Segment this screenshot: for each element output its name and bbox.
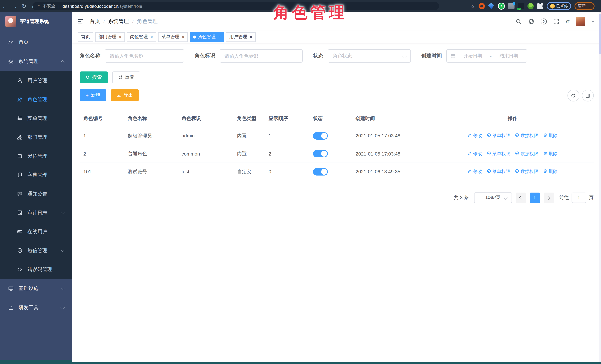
sidebar-item-error-code-management[interactable]: 错误码管理 xyxy=(0,260,72,279)
edit-link[interactable]: 修改 xyxy=(468,133,482,139)
sidebar-item-audit-log[interactable]: 审计日志 xyxy=(0,203,72,222)
status-toggle[interactable] xyxy=(313,150,328,157)
hamburger-icon[interactable] xyxy=(77,19,84,24)
close-icon[interactable]: × xyxy=(218,35,221,39)
address-bar[interactable]: ⚠ 不安全 | dashboard.yudao.iocoder.cn /syst… xyxy=(33,2,439,10)
prev-page-button[interactable] xyxy=(515,192,526,203)
sidebar-item-dict-management[interactable]: 字典管理 xyxy=(0,166,72,184)
warning-icon: ⚠ xyxy=(37,4,41,9)
browser-menu-kebab-icon[interactable]: ⋮ xyxy=(587,4,591,8)
edit-link[interactable]: 修改 xyxy=(468,169,482,175)
sidebar-item-role-management[interactable]: 角色管理 xyxy=(0,90,72,109)
column-header: 角色名称 xyxy=(124,115,178,122)
menu-permission-link[interactable]: 菜单权限 xyxy=(487,169,510,175)
sidebar-item-post-management[interactable]: 岗位管理 xyxy=(0,147,72,166)
close-icon[interactable]: × xyxy=(150,35,153,39)
data-permission-link[interactable]: 数据权限 xyxy=(515,133,538,139)
avatar[interactable] xyxy=(575,17,585,26)
edit-link[interactable]: 修改 xyxy=(468,151,482,157)
extension-icon-green[interactable]: Y xyxy=(498,3,505,10)
tab-post[interactable]: 岗位管理× xyxy=(127,32,156,42)
screen: ← → ↻ ⌂ ⚠ 不安全 | dashboard.yudao.iocoder.… xyxy=(0,0,601,364)
table-cell: 自定义 xyxy=(233,168,265,175)
page-number-active[interactable]: 1 xyxy=(530,192,540,203)
menu-permission-link[interactable]: 菜单权限 xyxy=(487,151,510,157)
breadcrumb-system[interactable]: 系统管理 xyxy=(108,18,129,25)
sidebar-item-menu-management[interactable]: 菜单管理 xyxy=(0,109,72,128)
goto-page-input[interactable] xyxy=(571,192,586,203)
export-button[interactable]: 导出 xyxy=(111,89,139,101)
delete-link[interactable]: 删除 xyxy=(543,169,558,175)
delete-link[interactable]: 删除 xyxy=(543,133,558,139)
extension-icon-on-badge[interactable] xyxy=(518,3,524,9)
date-range-picker[interactable]: 开始日期 - 结束日期 xyxy=(446,49,527,63)
close-icon[interactable]: × xyxy=(250,35,252,39)
next-page-button[interactable] xyxy=(544,192,554,203)
sidebar-item-system-management[interactable]: 系统管理 xyxy=(0,52,72,71)
role-key-input[interactable] xyxy=(220,49,303,63)
extension-icon-gem[interactable] xyxy=(488,3,494,9)
sidebar-item-dept-management[interactable]: 部门管理 xyxy=(0,128,72,147)
tab-user[interactable]: 用户管理× xyxy=(226,32,256,42)
extension-icon-figure[interactable] xyxy=(527,3,534,9)
status-toggle[interactable] xyxy=(313,132,328,140)
status-toggle[interactable] xyxy=(313,168,328,176)
bookmark-star-icon[interactable]: ☆ xyxy=(471,3,475,9)
sidebar-item-notice-announcement[interactable]: 通知公告 xyxy=(0,184,72,203)
scrollbar-thumb[interactable] xyxy=(599,14,601,54)
add-button[interactable]: + 新增 xyxy=(80,89,106,101)
navbar-right: ? tT xyxy=(515,12,594,31)
extension-icon-orange[interactable] xyxy=(478,3,485,9)
tab-menu[interactable]: 菜单管理× xyxy=(158,32,188,42)
role-name-input[interactable] xyxy=(105,49,184,63)
close-icon[interactable]: × xyxy=(119,35,121,39)
github-icon[interactable] xyxy=(528,18,534,25)
table-cell: 0 xyxy=(265,169,309,175)
data-permission-link[interactable]: 数据权限 xyxy=(515,151,538,157)
tab-home[interactable]: 首页 xyxy=(78,32,93,42)
column-header: 角色标识 xyxy=(178,115,233,122)
extensions-puzzle-icon[interactable] xyxy=(537,3,543,9)
close-icon[interactable]: × xyxy=(182,35,184,39)
chrome-update-button[interactable]: 更新 ⋮ xyxy=(574,2,594,10)
column-header: 状态 xyxy=(309,115,352,122)
profile-paused-badge[interactable]: 已暂停 xyxy=(547,2,571,10)
breadcrumb-home[interactable]: 首页 xyxy=(90,18,100,25)
sidebar-item-online-users[interactable]: 在线用户 xyxy=(0,222,72,241)
app-logo-row[interactable]: 芋道管理系统 xyxy=(0,12,72,31)
bottom-edge-strip xyxy=(0,362,601,364)
edit-icon xyxy=(468,133,472,139)
font-size-icon[interactable]: tT xyxy=(566,19,569,24)
column-settings-icon[interactable] xyxy=(582,90,594,101)
search-icon[interactable] xyxy=(515,18,521,25)
tab-role[interactable]: 角色管理× xyxy=(190,32,224,42)
logo-image xyxy=(5,16,16,27)
circle-check-icon xyxy=(487,151,491,157)
sidebar-item-user-management[interactable]: 用户管理 xyxy=(0,71,72,90)
search-button[interactable]: 搜索 xyxy=(80,71,108,83)
trash-icon xyxy=(543,151,548,157)
menu-list-icon xyxy=(17,116,23,121)
sidebar-item-sms-management[interactable]: 短信管理 xyxy=(0,241,72,260)
circle-check-icon xyxy=(487,133,491,139)
delete-link[interactable]: 删除 xyxy=(543,151,558,157)
data-permission-link[interactable]: 数据权限 xyxy=(515,169,538,175)
back-icon[interactable]: ← xyxy=(0,3,10,9)
status-select[interactable]: 角色状态 xyxy=(328,49,411,63)
forward-icon[interactable]: → xyxy=(10,3,19,9)
page-size-select[interactable]: 10条/页 xyxy=(474,192,512,203)
help-icon[interactable]: ? xyxy=(541,18,547,25)
window-scrollbar[interactable] xyxy=(598,12,601,362)
extension-icon-grid[interactable] xyxy=(508,3,514,9)
refresh-icon[interactable] xyxy=(567,90,579,101)
menu-permission-link[interactable]: 菜单权限 xyxy=(487,133,510,139)
sidebar-item-infrastructure[interactable]: 基础设施 xyxy=(0,279,72,298)
sidebar-item-rd-tools[interactable]: 研发工具 xyxy=(0,298,72,317)
reset-button[interactable]: 重置 xyxy=(112,71,140,83)
created-time-cell: 2021-01-06 13:49:35 xyxy=(352,169,431,175)
sidebar-item-home[interactable]: 首页 xyxy=(0,33,72,52)
avatar-caret-icon[interactable] xyxy=(591,20,594,22)
reload-icon[interactable]: ↻ xyxy=(19,3,29,10)
fullscreen-icon[interactable] xyxy=(553,18,559,25)
tab-dept[interactable]: 部门管理× xyxy=(95,32,125,42)
